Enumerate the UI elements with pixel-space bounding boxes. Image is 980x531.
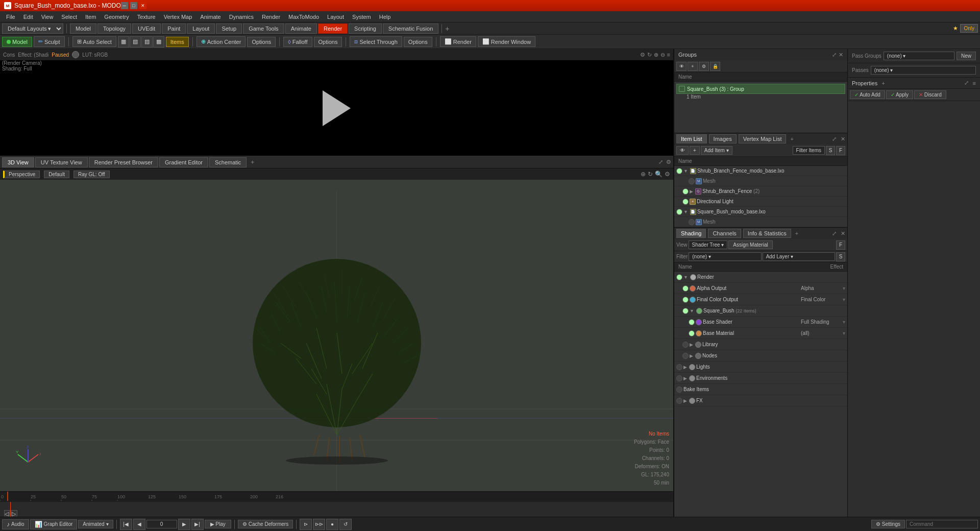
menu-edit[interactable]: Edit xyxy=(19,13,37,21)
menu-geometry[interactable]: Geometry xyxy=(100,13,133,21)
tab-scripting[interactable]: Scripting xyxy=(349,23,382,34)
vis-icon-4[interactable] xyxy=(676,209,682,215)
groups-content[interactable]: Square_Bush (3) : Group 1 Item xyxy=(674,82,847,102)
add-item-button[interactable]: Add Item ▾ xyxy=(701,146,732,155)
props-more-icon[interactable]: ≡ xyxy=(973,80,976,86)
tab-schematic[interactable]: Schematic Fusion xyxy=(383,23,438,34)
menu-render[interactable]: Render xyxy=(258,13,284,21)
maximize-button[interactable]: □ xyxy=(130,2,137,9)
perspective-button[interactable]: Perspective xyxy=(3,171,40,178)
menu-select[interactable]: Select xyxy=(57,13,81,21)
layout-dropdown[interactable]: Default Layouts ▾ xyxy=(2,23,63,34)
viewport-controls-right[interactable]: ⊕ ↻ 🔍 ⚙ xyxy=(641,171,670,178)
bm-effect-arrow[interactable]: ▾ xyxy=(843,330,845,336)
close-button[interactable]: ✕ xyxy=(139,2,146,9)
shading-row-baseshader[interactable]: Base Shader Full Shading ▾ xyxy=(674,317,847,328)
alpha-effect-arrow[interactable]: ▾ xyxy=(843,285,845,291)
preview-zoom-in-icon[interactable]: ⊕ xyxy=(654,52,658,58)
transport-loop[interactable]: ↺ xyxy=(339,519,352,530)
raygl-button[interactable]: Ray GL: Off xyxy=(74,171,110,178)
select-icon-3[interactable]: ▨ xyxy=(141,36,153,47)
add-layer-dropdown[interactable]: Add Layer ▾ xyxy=(763,252,835,261)
menu-view[interactable]: View xyxy=(37,13,58,21)
menu-help[interactable]: Help xyxy=(375,13,395,21)
items-row-2[interactable]: ▶ G Shrub_Branch_Fence (2) xyxy=(674,186,847,197)
groups-eye-button[interactable]: 👁 xyxy=(676,62,687,71)
3d-viewport[interactable]: Perspective Default Ray GL: Off ⊕ ↻ 🔍 ⚙ xyxy=(0,168,673,491)
options2-button[interactable]: Options xyxy=(314,37,342,47)
tab-setup[interactable]: Setup xyxy=(216,23,242,34)
viewport-ctrl-2[interactable]: ↻ xyxy=(648,171,653,178)
preview-more-icon[interactable]: ≡ xyxy=(667,52,670,58)
viewport-settings-icon[interactable]: ⚙ xyxy=(666,159,671,165)
tab-render-preset[interactable]: Render Preset Browser xyxy=(89,157,158,167)
items-row-0[interactable]: ▼ 📄 Shrub_Branch_Fence_modo_base.lxo xyxy=(674,166,847,176)
select-through-button[interactable]: ⧈ Select Through xyxy=(350,36,402,47)
envs-expand[interactable]: ▶ xyxy=(683,376,687,381)
tab-channels[interactable]: Channels xyxy=(708,229,741,238)
passes-dropdown[interactable]: (none) ▾ xyxy=(871,66,976,75)
shading-row-basematerial[interactable]: Base Material (all) ▾ xyxy=(674,328,847,339)
items-row-1[interactable]: M Mesh xyxy=(674,176,847,186)
viewport-ctrl-1[interactable]: ⊕ xyxy=(641,171,646,178)
shading-row-sb[interactable]: ▼ Square_Bush (22 Items) xyxy=(674,305,847,317)
scene-content[interactable]: No Items Polygons: Face Points: 0 Channe… xyxy=(0,180,673,491)
items-row-3[interactable]: ☀ Directional Light xyxy=(674,197,847,207)
expand-2[interactable]: ▶ xyxy=(690,189,693,194)
tab-images[interactable]: Images xyxy=(709,134,737,143)
tab-topology[interactable]: Topology xyxy=(97,23,131,34)
vis-icon-3[interactable] xyxy=(682,199,689,205)
groups-item-0[interactable]: Square_Bush (3) : Group xyxy=(676,84,845,94)
render-window-button[interactable]: ⬜ Render Window xyxy=(478,36,535,47)
vis-icon-2[interactable] xyxy=(682,188,689,195)
menu-vertexmap[interactable]: Vertex Map xyxy=(160,13,197,21)
shader-tree-dropdown[interactable]: Shader Tree ▾ xyxy=(689,240,728,249)
transport-prev[interactable]: ◀ xyxy=(133,519,145,530)
filter-items-input[interactable]: Filter Items xyxy=(793,146,825,155)
shading-close-icon[interactable]: ✕ xyxy=(841,230,845,237)
render-button[interactable]: ⬜ Render xyxy=(440,36,476,47)
shading-vis-nodes[interactable] xyxy=(682,353,689,359)
render-expand[interactable]: ▼ xyxy=(683,275,688,280)
preview-refresh-icon[interactable]: ↻ xyxy=(647,52,652,58)
viewport-style-button[interactable]: Default xyxy=(44,171,69,178)
shading-row-finalcolor[interactable]: Final Color Output Final Color ▾ xyxy=(674,294,847,305)
auto-select-button[interactable]: ⊞ Auto Select xyxy=(72,36,116,47)
preview-content[interactable] xyxy=(0,60,673,156)
menu-texture[interactable]: Texture xyxy=(133,13,160,21)
menu-animate[interactable]: Animate xyxy=(196,13,225,21)
items-eye-button[interactable]: 👁 xyxy=(676,146,689,155)
expand-0[interactable]: ▼ xyxy=(683,168,688,174)
tab-paint[interactable]: Paint xyxy=(162,23,186,34)
nodes-expand[interactable]: ▶ xyxy=(690,353,693,358)
lib-expand[interactable]: ▶ xyxy=(690,342,693,347)
menu-system[interactable]: System xyxy=(348,13,375,21)
add-layout-tab[interactable]: + xyxy=(445,25,449,33)
play-button[interactable]: ▶ Play xyxy=(205,520,231,528)
minimize-button[interactable]: ─ xyxy=(121,2,128,9)
add-shading-tab[interactable]: + xyxy=(793,229,800,237)
action-center-button[interactable]: ⊕ Action Center xyxy=(197,36,246,47)
shading-vis-lib[interactable] xyxy=(682,342,689,348)
shading-vis-fc[interactable] xyxy=(682,297,689,303)
groups-settings-button[interactable]: ⚙ xyxy=(699,62,709,71)
falloff-button[interactable]: ◊ Falloff xyxy=(283,37,312,47)
fx-expand[interactable]: ▶ xyxy=(683,398,687,403)
animated-button[interactable]: Animated ▾ xyxy=(78,520,113,528)
sb-expand[interactable]: ▼ xyxy=(690,308,694,313)
props-expand-icon[interactable]: ⤢ xyxy=(964,80,969,86)
tab-schematic[interactable]: Schematic xyxy=(209,157,247,167)
tab-uv-texture[interactable]: UV Texture View xyxy=(35,157,88,167)
frame-input[interactable] xyxy=(146,520,177,528)
cache-deformers-button[interactable]: ⚙ Cache Deformers xyxy=(238,520,293,528)
select-icon-2[interactable]: ▧ xyxy=(130,36,141,47)
tab-render[interactable]: Render xyxy=(318,23,348,34)
groups-lock-button[interactable]: 🔒 xyxy=(710,62,720,71)
discard-button[interactable]: ✕ Discard xyxy=(914,90,946,99)
shading-row-library[interactable]: ▶ Library xyxy=(674,339,847,350)
play-triangle-icon[interactable] xyxy=(323,90,351,126)
shading-vis-render[interactable] xyxy=(676,274,682,280)
shading-vis-alpha[interactable] xyxy=(682,285,689,292)
command-input[interactable] xyxy=(906,520,978,528)
transport-next[interactable]: ▶ xyxy=(178,519,190,530)
